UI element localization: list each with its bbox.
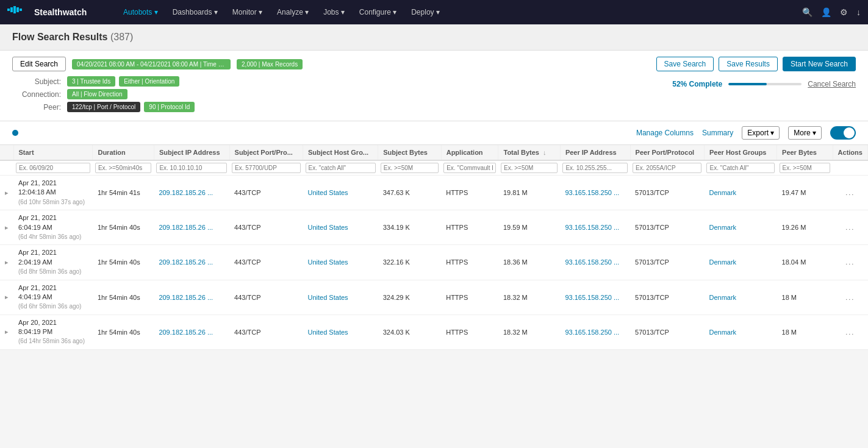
row-total-bytes-2: 18.36 M (498, 245, 560, 280)
row-subject-host-2[interactable]: United States (303, 245, 378, 280)
toggle-switch[interactable] (830, 126, 856, 140)
logo-area: Stealthwatch (7, 6, 105, 18)
start-new-search-button[interactable]: Start New Search (783, 57, 856, 71)
row-subject-host-0[interactable]: United States (303, 176, 378, 210)
nav-deploy[interactable]: Deploy ▾ (405, 5, 446, 19)
svg-rect-1 (10, 7, 13, 12)
row-actions-1[interactable]: ... (833, 210, 867, 245)
filter-peer-host-input[interactable] (706, 163, 774, 173)
cancel-search-link[interactable]: Cancel Search (808, 80, 856, 88)
manage-columns-link[interactable]: Manage Columns (636, 129, 694, 137)
row-peer-host-3[interactable]: Denmark (704, 280, 777, 315)
filter-subject-ip-input[interactable] (156, 163, 227, 173)
filter-application-input[interactable] (443, 163, 496, 173)
filter-application-cell (441, 160, 498, 176)
col-application[interactable]: Application (441, 145, 498, 160)
col-peer-port[interactable]: Peer Port/Protocol (630, 145, 704, 160)
user-icon[interactable]: 👤 (821, 7, 831, 17)
col-total-bytes[interactable]: Total Bytes ↓ (498, 145, 560, 160)
peer-row: Peer: 122/tcp | Port / Protocol 90 | Pro… (12, 102, 195, 112)
filter-subject-host-input[interactable] (306, 163, 376, 173)
col-peer-bytes[interactable]: Peer Bytes (777, 145, 833, 160)
col-subject-port[interactable]: Subject Port/Pro... (229, 145, 303, 160)
connection-values: All | Flow Direction (67, 89, 127, 99)
row-actions-2[interactable]: ... (833, 245, 867, 280)
nav-autobots[interactable]: Autobots ▾ (117, 5, 164, 19)
edit-search-button[interactable]: Edit Search (12, 57, 66, 71)
row-peer-ip-4[interactable]: 93.165.158.250 ... (560, 315, 630, 349)
row-subject-host-1[interactable]: United States (303, 210, 378, 245)
filter-actions-cell (833, 160, 867, 176)
gear-icon[interactable]: ⚙ (840, 7, 848, 17)
row-total-bytes-1: 19.59 M (498, 210, 560, 245)
filter-subject-ip-cell (154, 160, 229, 176)
row-expand-3[interactable]: ▸ (0, 280, 13, 315)
download-icon[interactable]: ↓ (856, 7, 861, 17)
row-application-0: HTTPS (441, 176, 498, 210)
nav-dashboards[interactable]: Dashboards ▾ (167, 5, 224, 19)
col-peer-ip[interactable]: Peer IP Address (560, 145, 630, 160)
col-duration[interactable]: Duration (93, 145, 154, 160)
row-subject-host-4[interactable]: United States (303, 315, 378, 349)
row-actions-3[interactable]: ... (833, 280, 867, 315)
results-table-container: Start Duration Subject IP Address Subjec… (0, 145, 868, 350)
row-subject-bytes-3: 324.29 K (378, 280, 441, 315)
row-expand-2[interactable]: ▸ (0, 245, 13, 280)
more-button[interactable]: More ▾ (788, 126, 822, 140)
save-buttons: Save Search Save Results Start New Searc… (656, 57, 856, 71)
row-peer-port-4: 57013/TCP (630, 315, 704, 349)
row-peer-ip-1[interactable]: 93.165.158.250 ... (560, 210, 630, 245)
filter-row (0, 160, 868, 176)
export-button[interactable]: Export ▾ (742, 126, 780, 140)
row-peer-host-4[interactable]: Denmark (704, 315, 777, 349)
filter-peer-bytes-input[interactable] (780, 163, 831, 173)
filter-start-input[interactable] (16, 163, 90, 173)
row-subject-ip-3[interactable]: 209.182.185.26 ... (154, 280, 229, 315)
col-subject-host[interactable]: Subject Host Gro... (303, 145, 378, 160)
col-start[interactable]: Start (13, 145, 93, 160)
page-header: Flow Search Results (387) (0, 24, 868, 51)
col-actions: Actions (833, 145, 867, 160)
col-subject-bytes[interactable]: Subject Bytes (378, 145, 441, 160)
row-subject-host-3[interactable]: United States (303, 280, 378, 315)
row-peer-host-1[interactable]: Denmark (704, 210, 777, 245)
row-duration-0: 1hr 54min 41s (93, 176, 154, 210)
filter-total-bytes-input[interactable] (501, 163, 558, 173)
nav-analyze[interactable]: Analyze ▾ (271, 5, 315, 19)
filter-peer-ip-input[interactable] (562, 163, 628, 173)
search-icon[interactable]: 🔍 (802, 7, 812, 17)
filter-peer-port-input[interactable] (633, 163, 701, 173)
subject-tag-2: Either | Orientation (119, 76, 179, 87)
row-subject-ip-0[interactable]: 209.182.185.26 ... (154, 176, 229, 210)
filter-duration-input[interactable] (95, 163, 151, 173)
svg-rect-4 (20, 9, 22, 11)
filter-subject-port-input[interactable] (232, 163, 300, 173)
row-subject-bytes-1: 334.19 K (378, 210, 441, 245)
row-subject-ip-2[interactable]: 209.182.185.26 ... (154, 245, 229, 280)
row-peer-ip-3[interactable]: 93.165.158.250 ... (560, 280, 630, 315)
row-peer-bytes-0: 19.47 M (777, 176, 833, 210)
row-subject-ip-1[interactable]: 209.182.185.26 ... (154, 210, 229, 245)
row-peer-host-0[interactable]: Denmark (704, 176, 777, 210)
row-subject-ip-4[interactable]: 209.182.185.26 ... (154, 315, 229, 349)
row-peer-ip-2[interactable]: 93.165.158.250 ... (560, 245, 630, 280)
save-search-button[interactable]: Save Search (656, 57, 714, 71)
row-actions-0[interactable]: ... (833, 176, 867, 210)
summary-link[interactable]: Summary (702, 129, 733, 137)
nav-jobs[interactable]: Jobs ▾ (317, 5, 351, 19)
svg-rect-3 (16, 7, 19, 12)
row-expand-0[interactable]: ▸ (0, 176, 13, 210)
save-results-button[interactable]: Save Results (719, 57, 778, 71)
row-peer-ip-0[interactable]: 93.165.158.250 ... (560, 176, 630, 210)
col-subject-ip[interactable]: Subject IP Address (154, 145, 229, 160)
filter-subject-bytes-input[interactable] (381, 163, 439, 173)
row-expand-1[interactable]: ▸ (0, 210, 13, 245)
col-peer-host[interactable]: Peer Host Groups (704, 145, 777, 160)
nav-monitor[interactable]: Monitor ▾ (226, 5, 268, 19)
row-peer-host-2[interactable]: Denmark (704, 245, 777, 280)
row-peer-bytes-3: 18 M (777, 280, 833, 315)
row-peer-bytes-1: 19.26 M (777, 210, 833, 245)
nav-configure[interactable]: Configure ▾ (353, 5, 403, 19)
row-expand-4[interactable]: ▸ (0, 315, 13, 349)
row-actions-4[interactable]: ... (833, 315, 867, 349)
